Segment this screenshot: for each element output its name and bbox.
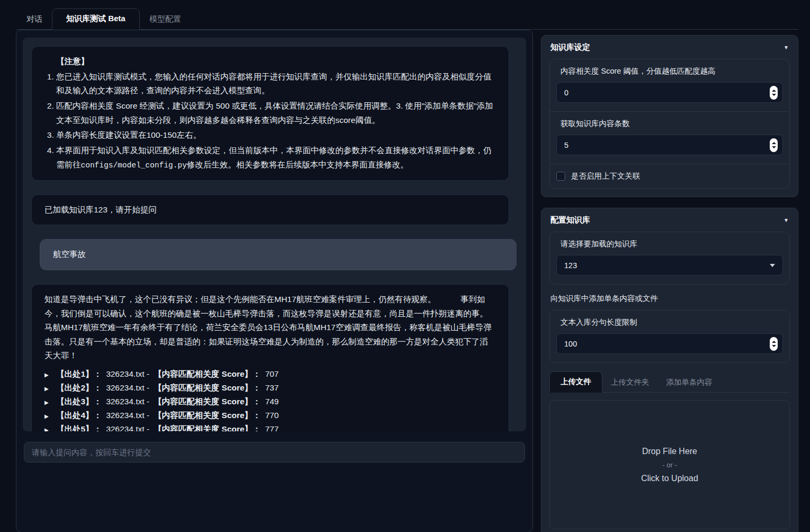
score-threshold-input-box: 0 <box>556 82 783 103</box>
question-input[interactable] <box>24 442 525 463</box>
source-file: 326234.txt - <box>106 367 149 381</box>
source-row[interactable]: ▶ 【出处2】： 326234.txt - 【内容匹配相关度 Score】： 7… <box>44 381 496 395</box>
bot-message-notice: 【注意】 您已进入知识库测试模式，您输入的任何对话内容都将用于进行知识库查询，并… <box>31 46 509 181</box>
number-spinner-icon[interactable] <box>770 138 778 152</box>
expand-triangle-icon[interactable]: ▶ <box>44 371 56 380</box>
source-score: 749 <box>265 395 279 409</box>
split-length-label: 文本入库分句长度限制 <box>556 317 783 327</box>
number-spinner-icon[interactable] <box>770 86 778 100</box>
source-file: 326234.txt - <box>106 409 149 422</box>
dropdown-caret-icon <box>770 264 775 267</box>
source-row[interactable]: ▶ 【出处1】： 326234.txt - 【内容匹配相关度 Score】： 7… <box>44 367 496 381</box>
user-message: 航空事故 <box>40 239 517 270</box>
tab-model-config[interactable]: 模型配置 <box>140 10 191 29</box>
split-length-section: 文本入库分句长度限制 100 <box>550 311 789 362</box>
expand-triangle-icon[interactable]: ▶ <box>44 412 56 421</box>
source-score: 770 <box>265 409 279 422</box>
kb-config-accordion-header[interactable]: 配置知识库 ▼ <box>549 214 790 225</box>
source-score-label: 【内容匹配相关度 Score】： <box>154 381 261 395</box>
answer-text: 知道是导弹击中飞机了，这个已没有异议；但是这个先例能否在MH17航班空难案件审理… <box>44 292 496 363</box>
bot-message-loaded: 已加载知识库123，请开始提问 <box>31 194 509 226</box>
score-threshold-value[interactable]: 0 <box>564 88 568 97</box>
topk-input-box: 5 <box>556 135 783 155</box>
upload-tabbar: 上传文件 上传文件夹 添加单条内容 <box>549 371 790 393</box>
notice-list: 您已进入知识库测试模式，您输入的任何对话内容都将用于进行知识库查询，并仅输出知识… <box>44 70 496 172</box>
config-file-path: configs/model_config.py <box>81 161 187 170</box>
chat-column: 【注意】 您已进入知识库测试模式，您输入的任何对话内容都将用于进行知识库查询，并… <box>16 30 533 532</box>
chat-input-row <box>24 442 525 463</box>
dropzone-line3: Click to Upload <box>641 474 698 483</box>
kb-select-label: 请选择要加载的知识库 <box>556 239 783 249</box>
tab-upload-file[interactable]: 上传文件 <box>549 371 602 393</box>
file-dropzone[interactable]: Drop File Here - or - Click to Upload <box>549 400 790 529</box>
kb-settings-accordion-header[interactable]: 知识库设定 ▼ <box>549 41 790 52</box>
expand-triangle-icon[interactable]: ▶ <box>44 385 56 394</box>
app-root: 对话 知识库测试 Beta 模型配置 【注意】 您已进入知识库测试模式，您输入的… <box>0 0 810 532</box>
source-label: 【出处3】： <box>56 395 102 409</box>
notice-item: 匹配内容相关度 Score 经测试，建议设置为 500 或更低，具体设置情况请结… <box>56 99 496 127</box>
accordion-collapse-icon[interactable]: ▼ <box>784 45 789 50</box>
dropzone-line2: - or - <box>662 461 677 469</box>
split-length-group: 文本入库分句长度限制 100 <box>549 310 790 363</box>
kb-config-panel: 配置知识库 ▼ 请选择要加载的知识库 123 向知识库中添加单条内容或文件 <box>541 208 798 532</box>
source-file: 326234.txt - <box>106 422 149 431</box>
tab-dialog[interactable]: 对话 <box>17 10 52 29</box>
source-score: 777 <box>265 422 279 431</box>
expand-triangle-icon[interactable]: ▶ <box>44 426 56 431</box>
source-score: 737 <box>265 381 279 395</box>
source-label: 【出处4】： <box>56 409 102 422</box>
dropzone-line1: Drop File Here <box>642 447 697 456</box>
add-content-section-label: 向知识库中添加单条内容或文件 <box>550 294 789 304</box>
notice-title: 【注意】 <box>56 55 496 69</box>
source-list: ▶ 【出处1】： 326234.txt - 【内容匹配相关度 Score】： 7… <box>44 367 496 431</box>
kb-select-group: 请选择要加载的知识库 123 <box>549 232 790 285</box>
source-row[interactable]: ▶ 【出处5】： 326234.txt - 【内容匹配相关度 Score】： 7… <box>44 422 496 431</box>
tab-upload-folder[interactable]: 上传文件夹 <box>602 373 658 392</box>
kb-select-value: 123 <box>564 261 577 270</box>
source-file: 326234.txt - <box>106 395 149 409</box>
user-message-text: 航空事故 <box>53 250 86 259</box>
context-link-checkbox[interactable] <box>556 172 565 181</box>
topk-section: 获取知识库内容条数 5 <box>550 111 789 164</box>
topk-value[interactable]: 5 <box>564 141 568 149</box>
kb-settings-group: 内容相关度 Score 阈值，分值越低匹配度越高 0 获取知识库内容条数 5 <box>549 59 790 189</box>
bot-message-text: 已加载知识库123，请开始提问 <box>44 205 157 214</box>
settings-column: 知识库设定 ▼ 内容相关度 Score 阈值，分值越低匹配度越高 0 获取知识库… <box>541 35 798 532</box>
notice-item: 单条内容长度建议设置在100-150左右。 <box>56 128 496 143</box>
kb-config-title: 配置知识库 <box>550 215 590 225</box>
source-label: 【出处1】： <box>56 367 102 381</box>
kb-settings-panel: 知识库设定 ▼ 内容相关度 Score 阈值，分值越低匹配度越高 0 获取知识库… <box>541 35 798 197</box>
source-file: 326234.txt - <box>106 381 149 395</box>
main-tabbar: 对话 知识库测试 Beta 模型配置 <box>16 8 798 30</box>
source-row[interactable]: ▶ 【出处3】： 326234.txt - 【内容匹配相关度 Score】： 7… <box>44 395 496 409</box>
score-threshold-label: 内容相关度 Score 阈值，分值越低匹配度越高 <box>556 66 783 76</box>
notice-item-text: 修改后生效。相关参数将在后续版本中支持本界面直接修改。 <box>187 160 409 169</box>
source-label: 【出处2】： <box>56 381 102 395</box>
accordion-collapse-icon[interactable]: ▼ <box>784 217 789 223</box>
number-spinner-icon[interactable] <box>770 337 778 351</box>
kb-select-dropdown[interactable]: 123 <box>556 255 783 276</box>
kb-select-section: 请选择要加载的知识库 123 <box>550 232 789 284</box>
context-link-row: 是否启用上下文关联 <box>550 164 789 188</box>
context-link-label: 是否启用上下文关联 <box>571 171 640 181</box>
tab-kb-test[interactable]: 知识库测试 Beta <box>52 8 140 30</box>
source-score-label: 【内容匹配相关度 Score】： <box>154 367 261 381</box>
split-length-input-box: 100 <box>556 333 783 354</box>
topk-label: 获取知识库内容条数 <box>556 119 783 129</box>
bot-message-answer: 知道是导弹击中飞机了，这个已没有异议；但是这个先例能否在MH17航班空难案件审理… <box>31 284 509 431</box>
notice-item: 您已进入知识库测试模式，您输入的任何对话内容都将用于进行知识库查询，并仅输出知识… <box>56 70 496 98</box>
source-score: 707 <box>265 367 279 381</box>
split-length-value[interactable]: 100 <box>564 340 577 348</box>
kb-settings-title: 知识库设定 <box>550 42 590 52</box>
chatbot-area: 【注意】 您已进入知识库测试模式，您输入的任何对话内容都将用于进行知识库查询，并… <box>23 38 526 431</box>
score-threshold-section: 内容相关度 Score 阈值，分值越低匹配度越高 0 <box>550 59 789 111</box>
source-label: 【出处5】： <box>56 422 102 431</box>
source-score-label: 【内容匹配相关度 Score】： <box>154 409 261 422</box>
tab-add-single-content[interactable]: 添加单条内容 <box>658 373 721 392</box>
source-score-label: 【内容匹配相关度 Score】： <box>154 395 261 409</box>
notice-item: 本界面用于知识入库及知识匹配相关参数设定，但当前版本中，本界面中修改的参数并不会… <box>56 144 496 172</box>
expand-triangle-icon[interactable]: ▶ <box>44 398 56 407</box>
tab-content: 【注意】 您已进入知识库测试模式，您输入的任何对话内容都将用于进行知识库查询，并… <box>16 30 798 532</box>
source-row[interactable]: ▶ 【出处4】： 326234.txt - 【内容匹配相关度 Score】： 7… <box>44 409 496 422</box>
source-score-label: 【内容匹配相关度 Score】： <box>154 422 261 431</box>
